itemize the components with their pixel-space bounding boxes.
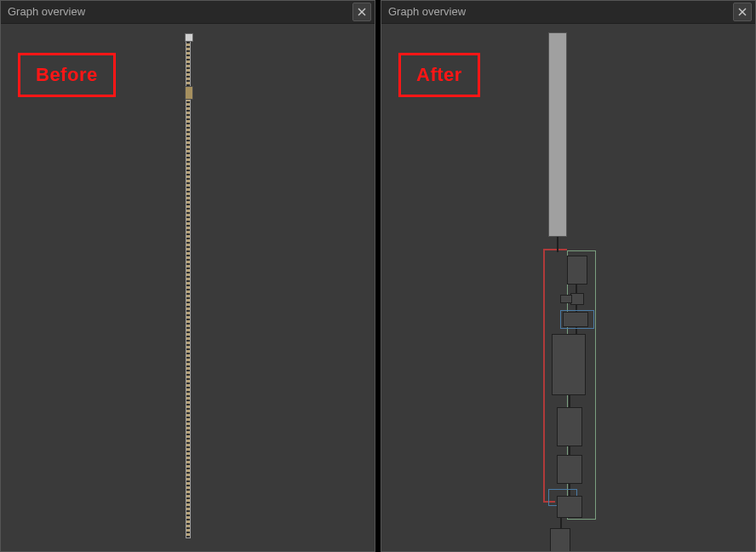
node-8 xyxy=(550,528,570,552)
after-badge: After xyxy=(398,53,480,97)
right-titlebar[interactable]: Graph overview xyxy=(381,1,755,24)
left-pane: Graph overview Before xyxy=(0,0,375,552)
right-pane: Graph overview After xyxy=(381,0,756,552)
node-2a xyxy=(570,293,584,305)
close-button-right[interactable] xyxy=(733,3,752,21)
node-1 xyxy=(567,256,587,285)
wire-5 xyxy=(569,395,570,407)
wire-2 xyxy=(576,285,577,293)
left-title: Graph overview xyxy=(8,1,352,23)
node-7 xyxy=(557,496,582,518)
before-graph-strip xyxy=(186,34,191,538)
node-4 xyxy=(552,334,586,395)
right-title: Graph overview xyxy=(388,1,733,23)
node-2b xyxy=(560,295,572,303)
before-badge: Before xyxy=(18,53,116,97)
wire-6 xyxy=(569,446,570,455)
graph-red-top xyxy=(543,249,567,250)
after-graph xyxy=(541,32,614,548)
node-5 xyxy=(557,407,582,446)
left-canvas[interactable]: Before xyxy=(1,24,375,551)
strip-feature-node xyxy=(185,86,193,100)
node-6 xyxy=(557,455,582,484)
strip-top-node xyxy=(185,33,193,42)
right-canvas[interactable]: After xyxy=(381,24,755,551)
comparison-wrapper: Graph overview Before Graph overview xyxy=(0,0,756,552)
wire-1 xyxy=(557,237,558,252)
graph-top-block xyxy=(548,32,567,237)
wire-8 xyxy=(560,518,562,528)
close-button-left[interactable] xyxy=(352,3,371,21)
node-3-selection xyxy=(560,310,594,329)
close-icon xyxy=(738,8,747,16)
close-icon xyxy=(358,8,366,16)
left-titlebar[interactable]: Graph overview xyxy=(1,1,375,24)
graph-red-edge xyxy=(543,249,545,503)
